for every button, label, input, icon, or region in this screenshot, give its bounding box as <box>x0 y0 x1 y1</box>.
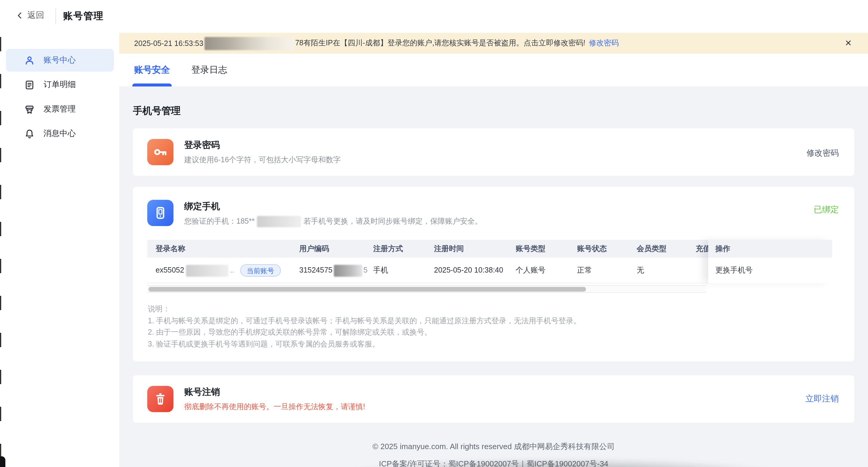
delete-account-card: 账号注销 彻底删除不再使用的账号。一旦操作无法恢复，请谨慎! 立即注销 <box>133 375 854 423</box>
card-title: 绑定手机 <box>184 201 220 212</box>
sidebar-item-label: 账号中心 <box>43 55 76 66</box>
sidebar: 账号中心 订单明细 发票管理 消息中心 <box>0 33 119 467</box>
col-header-action: 操作 <box>708 240 832 258</box>
sidebar-item-label: 消息中心 <box>43 128 76 139</box>
sidebar-item-label: 发票管理 <box>43 104 76 115</box>
bell-icon <box>24 128 35 139</box>
note-line: 2. 由于一些原因，导致您的手机绑定或关联的帐号异常，可解除绑定或关联，或换号。 <box>148 327 581 339</box>
redaction-blur-code <box>334 264 362 276</box>
page-title: 账号管理 <box>63 10 104 23</box>
status-badge-bound: 已绑定 <box>814 205 839 215</box>
security-warning-banner: 2025-05-21 16:53:5378有陌生IP在【四川-成都】登录您的账户… <box>119 33 868 54</box>
login-password-card: 登录密码 建议使用6-16个字符，可包括大小写字母和数字 修改密码 <box>133 128 854 176</box>
cell-reg-method: 手机 <box>373 258 388 283</box>
left-edge-artifact <box>0 37 1 467</box>
bottom-left-artifact <box>0 456 5 467</box>
cell-reg-time: 2025-05-20 10:38:40 <box>434 258 503 283</box>
cell-account-status: 正常 <box>577 258 592 283</box>
phone-icon <box>147 200 174 226</box>
title-divider <box>56 8 56 25</box>
col-header-reg-time: 注册时间 <box>434 240 464 258</box>
bind-phone-card: 绑定手机 您验证的手机：185** 若手机号更换，请及时同步账号绑定，保障账户安… <box>133 187 854 361</box>
horizontal-scrollbar <box>147 285 707 293</box>
order-icon <box>24 79 35 90</box>
section-title: 手机号管理 <box>133 105 181 117</box>
close-icon[interactable]: ✕ <box>843 38 853 48</box>
note-line: 1. 手机与帐号关系是绑定的，可通过手机号登录该帐号；手机与帐号关系是关联的，只… <box>148 315 581 327</box>
key-icon <box>147 139 174 165</box>
col-header-account-status: 账号状态 <box>577 240 607 258</box>
active-tab-indicator <box>132 84 172 86</box>
top-bar: 返回 账号管理 <box>0 0 868 33</box>
pinned-action-column: 操作 更换手机号 <box>708 240 832 283</box>
back-button[interactable]: 返回 <box>16 10 44 21</box>
sidebar-item-orders[interactable]: 订单明细 <box>6 74 114 96</box>
col-header-account-type: 账号类型 <box>516 240 546 258</box>
phone-hint-text: 若手机号更换，请及时同步账号绑定，保障账户安全。 <box>304 216 482 227</box>
notes-block: 说明： 1. 手机与帐号关系是绑定的，可通过手机号登录该帐号；手机与帐号关系是关… <box>148 303 581 350</box>
card-title: 账号注销 <box>184 386 220 398</box>
col-header-user-code: 用户编码 <box>299 240 329 258</box>
change-phone-button[interactable]: 更换手机号 <box>708 258 832 283</box>
warning-time: 2025-05-21 16:53:53 <box>134 39 203 48</box>
current-account-badge: 当前账号 <box>240 264 281 277</box>
chevron-left-icon <box>16 11 24 20</box>
footer-copyright: © 2025 imanyue.com. All rights reserved … <box>119 441 868 452</box>
cell-account-type: 个人账号 <box>516 258 546 283</box>
col-header-reg-method: 注册方式 <box>373 240 403 258</box>
redaction-blur-ip <box>205 37 294 50</box>
redaction-blur-phone <box>257 216 301 227</box>
col-header-member-type: 会员类型 <box>637 240 666 258</box>
scrollbar-thumb[interactable] <box>149 287 586 292</box>
tab-account-security[interactable]: 账号安全 <box>134 64 170 76</box>
sidebar-item-account-center[interactable]: 账号中心 <box>6 49 114 71</box>
notes-title: 说明： <box>148 303 581 315</box>
accounts-table: 登录名称 用户编码 注册方式 注册时间 账号类型 账号状态 会员类型 充值类型 … <box>147 240 832 283</box>
warning-message: 78有陌生IP在【四川-成都】登录您的账户,请您核实账号是否被盗用。点击立即修改… <box>295 38 585 48</box>
redaction-blur-login <box>186 264 228 276</box>
card-title: 登录密码 <box>184 140 220 151</box>
verified-phone-text: 您验证的手机：185** <box>184 216 254 227</box>
main-area: 2025-05-21 16:53:5378有陌生IP在【四川-成都】登录您的账户… <box>119 33 868 467</box>
trash-icon <box>147 386 174 412</box>
banner-change-password-link[interactable]: 修改密码 <box>589 38 619 48</box>
user-icon <box>24 55 35 66</box>
tab-login-log[interactable]: 登录日志 <box>191 64 227 76</box>
bottom-shadow-artifact <box>340 459 781 467</box>
card-warning-text: 彻底删除不再使用的账号。一旦操作无法恢复，请谨慎! <box>184 402 365 412</box>
sidebar-item-messages[interactable]: 消息中心 <box>6 122 114 145</box>
card-description: 您验证的手机：185** 若手机号更换，请及时同步账号绑定，保障账户安全。 <box>184 216 482 227</box>
change-password-button[interactable]: 修改密码 <box>807 148 839 159</box>
sidebar-item-invoices[interactable]: 发票管理 <box>6 98 114 120</box>
invoice-icon <box>24 104 35 115</box>
back-label: 返回 <box>27 10 44 21</box>
col-header-login-name: 登录名称 <box>156 240 185 258</box>
cell-member-type: 无 <box>637 258 644 283</box>
note-line: 3. 验证手机或更换手机号等遇到问题，可联系专属的会员服务或客服。 <box>148 339 581 350</box>
sidebar-item-label: 订单明细 <box>43 79 76 90</box>
cell-user-code: 31524575 5 <box>299 258 368 283</box>
account-management-page: 返回 账号管理 账号中心 订单明细 发票管理 <box>0 0 868 467</box>
delete-account-button[interactable]: 立即注销 <box>805 393 839 404</box>
cell-login-name: ex55052 .. 当前账号 <box>156 258 281 283</box>
card-description: 建议使用6-16个字符，可包括大小写字母和数字 <box>184 155 341 165</box>
tab-bar: 账号安全 登录日志 <box>119 54 868 86</box>
